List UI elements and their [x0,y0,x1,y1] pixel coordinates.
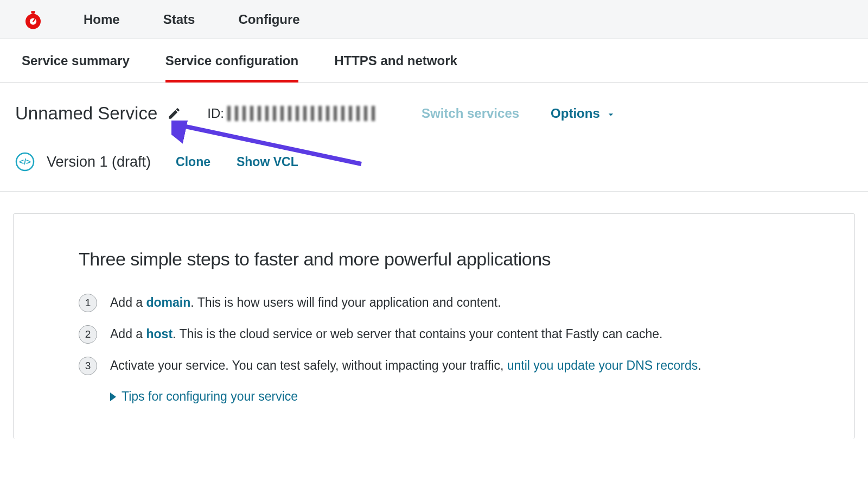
topnav-links: Home Stats Configure [84,12,300,27]
tab-https-network[interactable]: HTTPS and network [334,39,457,82]
step-number: 3 [79,357,97,375]
topbar: Home Stats Configure [0,0,868,39]
service-title: Unnamed Service [15,103,157,124]
step-number: 1 [79,294,97,312]
chevron-down-icon [605,108,616,119]
tabbar: Service summary Service configuration HT… [0,39,868,83]
tab-service-configuration[interactable]: Service configuration [165,39,298,82]
service-header: Unnamed Service ID: Switch services Opti… [0,83,868,124]
nav-stats[interactable]: Stats [163,12,195,27]
brand-logo[interactable] [22,8,44,31]
version-row: </> Version 1 (draft) Clone Show VCL [0,124,868,192]
step-suffix: . This is how users will find your appli… [190,295,501,309]
triangle-right-icon [110,393,116,401]
dns-records-link[interactable]: until you update your DNS records [507,358,698,372]
step-3: 3 Activate your service. You can test sa… [79,357,789,375]
step-1: 1 Add a domain. This is how users will f… [79,294,789,312]
step-suffix: . This is the cloud service or web serve… [173,327,662,341]
step-text: Activate your service. You can test safe… [110,357,701,374]
step-text: Add a domain. This is how users will fin… [110,294,501,311]
domain-link[interactable]: domain [146,295,191,309]
step-number: 2 [79,325,97,344]
show-vcl-button[interactable]: Show VCL [237,155,298,169]
onboarding-card: Three simple steps to faster and more po… [13,213,855,439]
tips-toggle[interactable]: Tips for configuring your service [110,389,789,404]
step-2: 2 Add a host. This is the cloud service … [79,325,789,344]
step-text: Add a host. This is the cloud service or… [110,325,662,343]
nav-home[interactable]: Home [84,12,120,27]
options-label: Options [551,106,600,121]
nav-configure[interactable]: Configure [238,12,299,27]
tips-label: Tips for configuring your service [122,389,298,404]
step-prefix: Add a [110,327,146,341]
host-link[interactable]: host [146,327,173,341]
service-id-label: ID: [207,106,224,121]
onboarding-steps: 1 Add a domain. This is how users will f… [79,294,789,375]
options-menu[interactable]: Options [551,106,616,121]
tab-service-summary[interactable]: Service summary [22,39,130,82]
clone-button[interactable]: Clone [176,155,210,169]
service-id-block: ID: [207,106,379,121]
step-prefix: Activate your service. You can test safe… [110,358,507,372]
code-icon: </> [15,152,35,172]
service-id-redacted [227,106,379,121]
onboarding-heading: Three simple steps to faster and more po… [79,249,789,270]
svg-text:</>: </> [19,157,31,166]
step-suffix: . [698,358,701,372]
version-label: Version 1 (draft) [47,154,151,170]
svg-rect-3 [33,12,34,15]
edit-service-name-button[interactable] [167,106,181,121]
pencil-icon [167,106,181,121]
step-prefix: Add a [110,295,146,309]
switch-services-link[interactable]: Switch services [422,106,519,121]
